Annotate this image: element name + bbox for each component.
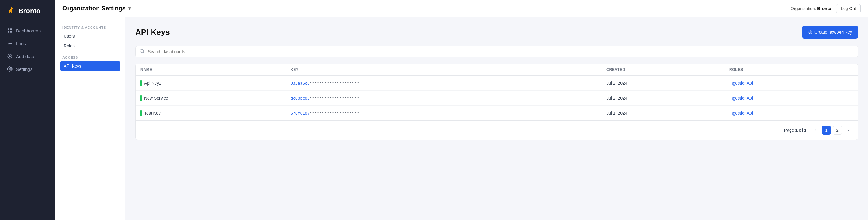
- cell-created-1: Jul 2, 2024: [601, 91, 724, 106]
- section-access-label: Access: [60, 53, 120, 61]
- next-page-button[interactable]: ›: [844, 125, 853, 135]
- page-title: API Keys: [135, 28, 170, 37]
- topbar-org-info: Organization: Bronto: [790, 6, 831, 11]
- svg-point-1: [11, 7, 12, 8]
- cell-role-1: IngestionApi: [724, 91, 858, 106]
- svg-rect-8: [8, 43, 8, 44]
- sub-sidebar-item-users[interactable]: Users: [60, 31, 120, 41]
- sidebar-item-add-data[interactable]: Add data: [2, 50, 53, 62]
- page-1-button[interactable]: 1: [822, 125, 831, 135]
- section-identity-label: Identity & Accounts: [60, 23, 120, 31]
- topbar-left: Organization Settings ▾: [62, 5, 131, 12]
- row-name: New Service: [144, 96, 168, 101]
- api-keys-table-container: NAME KEY CREATED ROLES Api Key1 035aa6c6…: [135, 64, 858, 140]
- prev-page-button[interactable]: ‹: [811, 125, 820, 135]
- sidebar-item-logs[interactable]: Logs: [2, 37, 53, 49]
- cell-key-2: 676f6107******************************: [285, 106, 601, 121]
- list-icon: [7, 40, 13, 46]
- search-input[interactable]: [135, 46, 858, 58]
- grid-icon: [7, 28, 13, 34]
- cell-created-0: Jul 2, 2024: [601, 76, 724, 91]
- key-value: 035aa6c6: [290, 81, 310, 85]
- page-header: API Keys ⊕ Create new API key: [135, 26, 858, 38]
- cell-role-2: IngestionApi: [724, 106, 858, 121]
- org-name: Bronto: [817, 6, 831, 11]
- logout-button[interactable]: Log Out: [836, 4, 861, 13]
- cell-created-2: Jul 1, 2024: [601, 106, 724, 121]
- gear-icon: [7, 66, 13, 72]
- sub-sidebar-section-identity: Identity & Accounts Users Roles: [55, 23, 125, 51]
- sidebar-item-settings-label: Settings: [16, 67, 32, 72]
- logo: Bronto: [0, 0, 55, 22]
- col-created: CREATED: [601, 64, 724, 76]
- cell-name-2: Test Key: [135, 106, 285, 121]
- users-label: Users: [64, 34, 75, 38]
- roles-label: Roles: [64, 43, 75, 48]
- api-keys-label: API Keys: [64, 64, 82, 68]
- page-current-info: 1 of 1: [795, 128, 806, 133]
- sidebar-item-dashboards-label: Dashboards: [16, 28, 41, 33]
- sidebar-item-logs-label: Logs: [16, 41, 26, 46]
- key-active-indicator: [141, 80, 142, 86]
- svg-point-15: [9, 68, 11, 70]
- svg-rect-9: [9, 43, 12, 44]
- key-value: dc00bc03: [290, 96, 310, 101]
- org-label: Organization:: [790, 6, 816, 11]
- svg-rect-3: [10, 28, 12, 30]
- svg-line-17: [143, 52, 144, 53]
- api-keys-table: NAME KEY CREATED ROLES Api Key1 035aa6c6…: [135, 64, 858, 120]
- plus-icon: ⊕: [808, 29, 813, 35]
- chevron-down-icon[interactable]: ▾: [128, 5, 131, 11]
- bronto-logo-icon: [5, 5, 16, 16]
- page-2-button[interactable]: 2: [833, 125, 842, 135]
- sidebar-item-settings[interactable]: Settings: [2, 63, 53, 75]
- table-header-row: NAME KEY CREATED ROLES: [135, 64, 858, 76]
- pagination: Page 1 of 1 ‹ 1 2 ›: [135, 120, 858, 140]
- search-container: [135, 46, 858, 58]
- search-icon: [140, 48, 145, 55]
- key-mask: ******************************: [310, 96, 360, 101]
- key-mask: ******************************: [310, 81, 360, 85]
- col-name: NAME: [135, 64, 285, 76]
- create-api-key-button[interactable]: ⊕ Create new API key: [802, 26, 858, 38]
- svg-rect-5: [10, 31, 12, 33]
- sub-sidebar-item-roles[interactable]: Roles: [60, 41, 120, 51]
- page-info: Page 1 of 1: [784, 128, 806, 133]
- key-mask: ******************************: [310, 111, 360, 115]
- svg-rect-4: [8, 31, 9, 33]
- key-active-indicator: [141, 95, 142, 101]
- role-link[interactable]: IngestionApi: [730, 81, 753, 85]
- sidebar-item-add-data-label: Add data: [16, 54, 34, 59]
- table-row: New Service dc00bc03********************…: [135, 91, 858, 106]
- main-area: Organization Settings ▾ Organization: Br…: [55, 0, 868, 220]
- sidebar-item-dashboards[interactable]: Dashboards: [2, 25, 53, 37]
- svg-rect-7: [9, 42, 12, 43]
- svg-rect-6: [8, 42, 8, 42]
- topbar: Organization Settings ▾ Organization: Br…: [55, 0, 868, 17]
- plus-circle-icon: [7, 53, 13, 59]
- sidebar-nav: Dashboards Logs Add data: [0, 22, 55, 78]
- svg-point-16: [140, 49, 144, 52]
- sub-sidebar-item-api-keys[interactable]: API Keys: [60, 61, 120, 71]
- table-row: Api Key1 035aa6c6***********************…: [135, 76, 858, 91]
- content-wrapper: Identity & Accounts Users Roles Access A…: [55, 17, 868, 220]
- row-name: Api Key1: [144, 81, 161, 85]
- svg-rect-10: [8, 45, 8, 45]
- role-link[interactable]: IngestionApi: [730, 96, 753, 101]
- col-roles: ROLES: [724, 64, 858, 76]
- key-active-indicator: [141, 110, 142, 116]
- create-button-label: Create new API key: [814, 30, 852, 35]
- svg-rect-2: [8, 28, 9, 30]
- cell-role-0: IngestionApi: [724, 76, 858, 91]
- sidebar: Bronto Dashboards Logs: [0, 0, 55, 220]
- table-row: Test Key 676f6107***********************…: [135, 106, 858, 121]
- topbar-title: Organization Settings: [62, 5, 126, 12]
- sub-sidebar-section-access: Access API Keys: [55, 53, 125, 71]
- cell-key-1: dc00bc03******************************: [285, 91, 601, 106]
- col-key: KEY: [285, 64, 601, 76]
- role-link[interactable]: IngestionApi: [730, 111, 753, 115]
- cell-name-0: Api Key1: [135, 76, 285, 91]
- row-name: Test Key: [144, 111, 161, 115]
- svg-rect-11: [9, 45, 12, 45]
- cell-key-0: 035aa6c6******************************: [285, 76, 601, 91]
